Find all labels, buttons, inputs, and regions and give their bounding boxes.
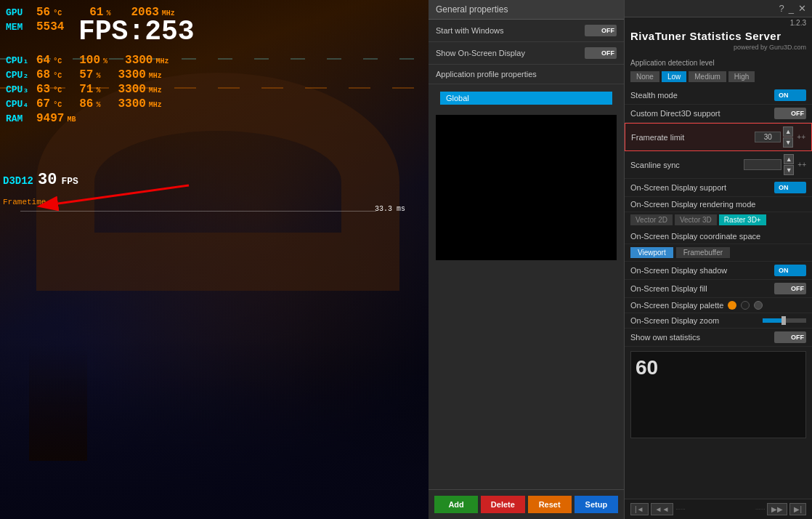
nav-prev[interactable]: ◄◄ [651, 503, 674, 515]
bottom-nav-controls: |◄ ◄◄ ······ ······ ▶▶ ▶| [625, 499, 812, 519]
osd-render-row: On-Screen Display rendering mode [625, 197, 812, 212]
stealth-mode-label: Stealth mode [630, 91, 678, 100]
frametime-value: 33.3 [375, 205, 392, 213]
app-title: RivaTuner Statistics Server [625, 28, 812, 44]
viewport-btn[interactable]: Viewport [630, 247, 673, 258]
game-area: GPU 56 °C 61 % 2063 MHz MEM 5534 FPS:253… [0, 0, 429, 519]
show-own-stats-label: Show own statistics [630, 333, 700, 342]
detection-level-row: None Low Medium High [625, 69, 812, 86]
left-nav-group: |◄ ◄◄ ······ [630, 503, 686, 515]
custom-d3d-label: Custom Direct3D support [630, 109, 720, 118]
custom-d3d-row: Custom Direct3D support OFF [625, 105, 812, 123]
cpu1-usage: 100 [79, 54, 100, 67]
palette-color-2[interactable] [741, 301, 750, 310]
profile-preview [436, 115, 617, 260]
stats-number: 60 [636, 356, 658, 379]
palette-color-1[interactable] [728, 301, 736, 310]
scanline-spin-down[interactable]: ▼ [784, 165, 794, 175]
app-profile-label: Application profile properties [436, 70, 537, 79]
add-button[interactable]: Add [434, 496, 478, 513]
frametime-unit: ms [397, 205, 405, 213]
framerate-limit-row: Framerate limit ▲ ▼ ++ [625, 123, 812, 151]
setup-button[interactable]: Setup [575, 496, 618, 513]
show-osd-toggle[interactable]: OFF [585, 47, 617, 59]
reset-button[interactable]: Reset [528, 496, 572, 513]
osd-support-row: On-Screen Display support ON [625, 179, 812, 197]
start-with-windows-label: Start with Windows [436, 26, 504, 35]
cpu3-label: CPU₃ [6, 84, 33, 95]
d3d12-label: D3D12 [3, 175, 33, 187]
osd-coord-row: On-Screen Display coordinate space [625, 229, 812, 244]
left-panel-buttons: Add Delete Reset Setup [429, 489, 624, 519]
osd-render-mode-group: Vector 2D Vector 3D Raster 3D+ [625, 212, 812, 229]
nav-prev-prev[interactable]: |◄ [630, 503, 649, 515]
framebuffer-btn[interactable]: Framebuffer [676, 247, 730, 258]
version-badge: 1.2.3 [625, 17, 812, 28]
stealth-mode-row: Stealth mode ON [625, 86, 812, 105]
detection-level-label: Application detection level [625, 55, 812, 69]
cpu3-clock: 3300 [118, 83, 145, 96]
osd-fill-toggle[interactable]: OFF [774, 283, 806, 294]
nav-next[interactable]: ▶▶ [767, 503, 787, 515]
show-osd-label: Show On-Screen Display [436, 49, 525, 57]
custom-d3d-toggle[interactable]: OFF [774, 108, 806, 119]
show-own-stats-row: Show own statistics OFF [625, 329, 812, 347]
cpu2-temp: 68 [36, 68, 50, 81]
app-profile-row[interactable]: Application profile properties [429, 65, 624, 84]
vector3d-btn[interactable]: Vector 3D [675, 214, 717, 225]
cpu4-temp: 67 [36, 97, 50, 110]
vector2d-btn[interactable]: Vector 2D [630, 214, 673, 225]
detection-high[interactable]: High [728, 71, 755, 82]
osd-shadow-toggle[interactable]: ON [774, 265, 806, 276]
framerate-increment: ++ [797, 133, 805, 141]
framerate-spin-down[interactable]: ▼ [783, 137, 793, 148]
stealth-mode-toggle[interactable]: ON [774, 89, 806, 101]
global-bar[interactable]: Global [440, 92, 612, 105]
scanline-sync-control[interactable]: ▲ ▼ ++ [744, 154, 806, 175]
left-panel-header: General properties [429, 0, 624, 20]
zoom-slider[interactable] [763, 318, 806, 323]
palette-color-3[interactable] [754, 301, 763, 310]
gpu-temp-unit: °C [53, 9, 62, 17]
osd-palette-row: On-Screen Display palette [625, 298, 812, 313]
cpu1-label: CPU₁ [6, 55, 33, 66]
general-properties-title: General properties [436, 4, 508, 15]
show-own-stats-toggle[interactable]: OFF [774, 331, 806, 343]
svg-line-1 [58, 185, 189, 204]
start-with-windows-row: Start with Windows OFF [429, 20, 624, 42]
right-nav-group: ······ ▶▶ ▶| [755, 503, 806, 515]
minimize-button[interactable]: _ [789, 3, 794, 14]
framerate-limit-label: Framerate limit [631, 133, 684, 142]
osd-support-toggle[interactable]: ON [774, 182, 806, 193]
palette-circles [728, 301, 763, 310]
detection-low[interactable]: Low [662, 71, 686, 82]
ram-val: 9497 [36, 112, 64, 125]
start-with-windows-toggle[interactable]: OFF [585, 25, 617, 36]
right-panel-header: ? _ ✕ [625, 0, 812, 17]
close-button[interactable]: ✕ [798, 3, 806, 14]
help-button[interactable]: ? [779, 3, 784, 14]
osd-shadow-row: On-Screen Display shadow ON [625, 262, 812, 280]
cpu3-temp: 63 [36, 83, 50, 96]
scanline-sync-input[interactable] [744, 159, 781, 170]
cpu1-clock: 3300 [125, 54, 153, 67]
detection-medium[interactable]: Medium [689, 71, 726, 82]
hud-overlay: GPU 56 °C 61 % 2063 MHz MEM 5534 FPS:253… [0, 0, 181, 132]
osd-render-label: On-Screen Display rendering mode [630, 200, 755, 209]
osd-palette-label: On-Screen Display palette [630, 301, 723, 310]
coord-buttons-row: Viewport Framebuffer [625, 244, 812, 262]
detection-none[interactable]: None [630, 71, 659, 82]
cpu4-label: CPU₄ [6, 98, 33, 110]
osd-zoom-row: On-Screen Display zoom [625, 313, 812, 329]
framerate-spin-up[interactable]: ▲ [783, 126, 793, 137]
global-bar-container: Global [429, 84, 624, 112]
framerate-limit-control[interactable]: ▲ ▼ ++ [755, 126, 805, 148]
nav-dots-right: ······ [755, 506, 765, 512]
framerate-limit-input[interactable] [755, 132, 781, 142]
cpu2-clock: 3300 [118, 68, 145, 81]
osd-fill-row: On-Screen Display fill OFF [625, 280, 812, 298]
delete-button[interactable]: Delete [481, 496, 524, 513]
scanline-spin-up[interactable]: ▲ [784, 154, 794, 164]
raster3d-btn[interactable]: Raster 3D+ [719, 214, 766, 225]
nav-next-next[interactable]: ▶| [789, 503, 806, 515]
